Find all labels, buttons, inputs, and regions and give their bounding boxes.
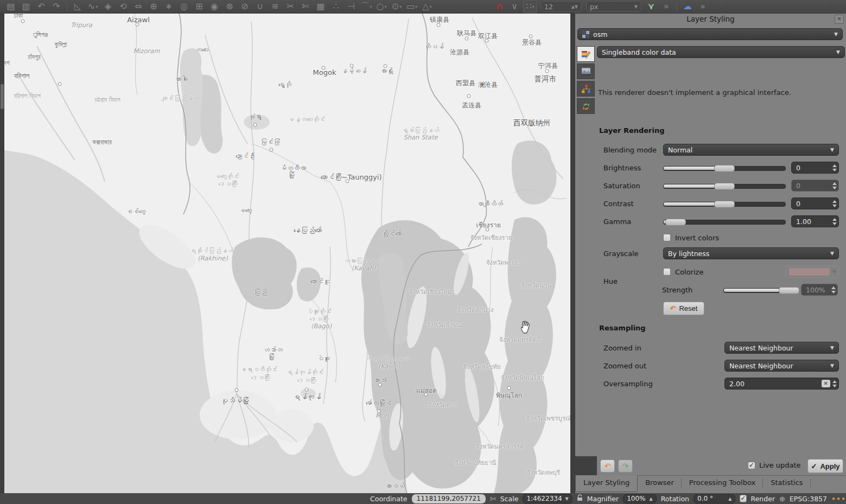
saturation-slider[interactable] bbox=[663, 182, 786, 189]
offset-curve-icon[interactable]: ≋ bbox=[269, 1, 282, 12]
close-icon[interactable]: ✕ bbox=[835, 15, 844, 24]
map-label: မြို့ bbox=[268, 353, 275, 361]
measure-icon[interactable]: ◺ bbox=[71, 1, 84, 12]
map-label: မြင်းခြံ bbox=[260, 138, 280, 146]
map-label: ကရင်ပြည်နယ် bbox=[366, 355, 410, 362]
colorize-checkbox[interactable] bbox=[663, 268, 671, 276]
topological-editing-icon[interactable]: ∨ bbox=[508, 1, 521, 12]
coordinate-input[interactable]: 11181199,2057721 bbox=[412, 494, 486, 503]
style-tabstrip bbox=[577, 46, 595, 116]
stream-digitizing-icon[interactable]: ∿▾ bbox=[86, 1, 99, 12]
undo-icon[interactable]: ↶ bbox=[35, 1, 48, 12]
tab-processing-toolbox[interactable]: Processing Toolbox bbox=[682, 476, 763, 492]
brightness-spinbox[interactable]: 0 bbox=[791, 162, 839, 174]
add-part-icon[interactable]: ⊞ bbox=[193, 1, 206, 12]
clear-value-icon[interactable]: ✕ bbox=[822, 380, 830, 387]
layer-selector-combo[interactable]: osm ▼ bbox=[577, 28, 843, 40]
oversampling-spinbox[interactable]: 2.00 ✕ bbox=[724, 378, 839, 390]
lock-scale-icon[interactable] bbox=[577, 494, 583, 503]
vertex-tool-icon[interactable]: ∴ bbox=[329, 1, 342, 12]
trim-extend-icon[interactable]: ⊣ bbox=[345, 1, 358, 12]
dock-grip[interactable] bbox=[1, 84, 4, 109]
dock-splitter[interactable] bbox=[570, 14, 575, 493]
zoomed-in-combo[interactable]: Nearest Neighbour ▼ bbox=[724, 342, 839, 354]
grayscale-combo[interactable]: By lightness ▼ bbox=[663, 247, 839, 259]
render-checkbox[interactable]: ✓ bbox=[740, 495, 746, 502]
split-features-icon[interactable]: ✂ bbox=[284, 1, 297, 12]
city-dot bbox=[465, 37, 469, 41]
circle-icon[interactable]: ○▾ bbox=[375, 1, 388, 12]
reset-button[interactable]: ↶ Reset bbox=[663, 302, 704, 315]
regular-polygon-icon[interactable]: △▾ bbox=[421, 1, 434, 12]
tab-browser[interactable]: Browser bbox=[638, 476, 682, 492]
history-tab[interactable] bbox=[577, 98, 595, 114]
tab-statistics[interactable]: Statistics bbox=[763, 476, 810, 492]
reshape-features-icon[interactable]: ∪ bbox=[253, 1, 266, 12]
map-label: တောင်ငူ bbox=[310, 278, 330, 285]
map-label: ပုသိမ်မြို့ bbox=[221, 397, 249, 405]
brightness-slider[interactable] bbox=[663, 164, 786, 171]
rotate-feature-icon[interactable]: ⟲ bbox=[117, 1, 130, 12]
zoomed-out-combo[interactable]: Nearest Neighbour ▼ bbox=[724, 360, 839, 372]
magnifier-label: Magnifier bbox=[587, 495, 619, 503]
toolbar-overflow-icon[interactable]: » bbox=[660, 1, 673, 12]
transparency-tab[interactable] bbox=[577, 63, 595, 79]
merge-features-icon[interactable]: ▦ bbox=[314, 1, 327, 12]
live-update-checkbox[interactable]: ✓ bbox=[748, 462, 755, 469]
gamma-spinbox[interactable]: 1.00 bbox=[791, 215, 839, 227]
tab-layer-styling[interactable]: Layer Styling bbox=[575, 475, 638, 492]
apply-button[interactable]: ✓ Apply bbox=[807, 459, 843, 473]
circular-string-icon[interactable]: ⌒▾ bbox=[360, 1, 373, 12]
structure-tab[interactable] bbox=[577, 81, 595, 97]
rectangle-icon[interactable]: ▭▾ bbox=[405, 1, 418, 12]
blending-mode-label: Blending mode bbox=[603, 146, 663, 154]
rotation-spinbox[interactable]: 0.0 ° ▲ bbox=[694, 494, 735, 503]
move-feature-icon[interactable]: ◈ bbox=[101, 1, 115, 12]
map-label: 沧源县 bbox=[450, 48, 469, 57]
cloud-icon[interactable]: ☁ bbox=[681, 1, 694, 12]
coordinate-capture-icon[interactable]: ✄ bbox=[490, 495, 496, 503]
strength-slider[interactable] bbox=[723, 286, 796, 294]
symbology-tab[interactable] bbox=[577, 46, 595, 62]
history-arrows-icon bbox=[581, 101, 591, 111]
map-label: ပဲခူး bbox=[317, 355, 330, 362]
split-parts-icon[interactable]: ✄ bbox=[299, 1, 312, 12]
redo-icon[interactable]: ↷ bbox=[50, 1, 63, 12]
scale-combo[interactable]: 1:4622334 ▼ bbox=[523, 494, 572, 503]
digitize-points-icon[interactable]: ∷▾ bbox=[523, 0, 537, 13]
city-dot bbox=[346, 180, 349, 183]
scale-feature-icon[interactable]: ⇔ bbox=[132, 1, 145, 12]
contrast-slider[interactable] bbox=[663, 200, 786, 207]
style-undo-button[interactable]: ↶ bbox=[600, 460, 615, 473]
map-label: ထားဝယ် bbox=[385, 482, 405, 490]
delete-part-icon[interactable]: ⊘ bbox=[238, 1, 251, 12]
ellipse-icon[interactable]: ⊙▾ bbox=[390, 1, 403, 12]
status-bar: Coordinate 11181199,2057721 ✄ Scale 1:46… bbox=[0, 493, 846, 504]
blending-mode-combo[interactable]: Normal ▼ bbox=[663, 144, 839, 156]
snapping-magnet-icon[interactable]: ∩ bbox=[493, 1, 506, 12]
add-ring-icon[interactable]: ◎ bbox=[177, 1, 190, 12]
simplify-feature-icon[interactable]: ∗ bbox=[162, 1, 175, 12]
copy-move-feature-icon[interactable]: ⊕ bbox=[147, 1, 160, 12]
map-label: (Bago) bbox=[311, 322, 332, 330]
fill-ring-icon[interactable]: ◉ bbox=[208, 1, 221, 12]
style-redo-button[interactable]: ↷ bbox=[618, 460, 633, 473]
renderer-combo[interactable]: Singleband color data ▼ bbox=[597, 46, 845, 58]
messages-button[interactable]: ••• bbox=[831, 495, 846, 503]
city-dot bbox=[485, 39, 489, 43]
map-canvas[interactable]: ঢাকাদশমুন্সিগঞ্জকুমিল্লাচাঁদপুরবরিশালবরি… bbox=[4, 14, 570, 493]
gamma-slider[interactable] bbox=[663, 218, 786, 225]
tracing-icon[interactable]: ⋎ bbox=[645, 1, 658, 12]
delete-ring-icon[interactable]: ⊗ bbox=[223, 1, 236, 12]
contrast-spinbox[interactable]: 0 bbox=[791, 197, 839, 209]
snapping-unit-combo[interactable]: px▼ bbox=[586, 1, 641, 12]
toolbar-overflow-icon-2[interactable]: » bbox=[696, 1, 709, 12]
paste-features-icon[interactable]: ▥ bbox=[20, 1, 33, 12]
crs-label[interactable]: EPSG:3857 bbox=[790, 495, 827, 503]
map-label: လွိုင်ကော် bbox=[382, 230, 402, 238]
colorize-color-button[interactable]: ▼ bbox=[786, 266, 839, 278]
copy-features-icon[interactable]: ▤ bbox=[4, 1, 17, 12]
magnifier-spinbox[interactable]: 100% ▲ bbox=[623, 494, 657, 503]
invert-colors-checkbox[interactable] bbox=[663, 234, 671, 241]
snapping-tolerance-spinbox[interactable]: 12▲▼ bbox=[540, 1, 582, 12]
